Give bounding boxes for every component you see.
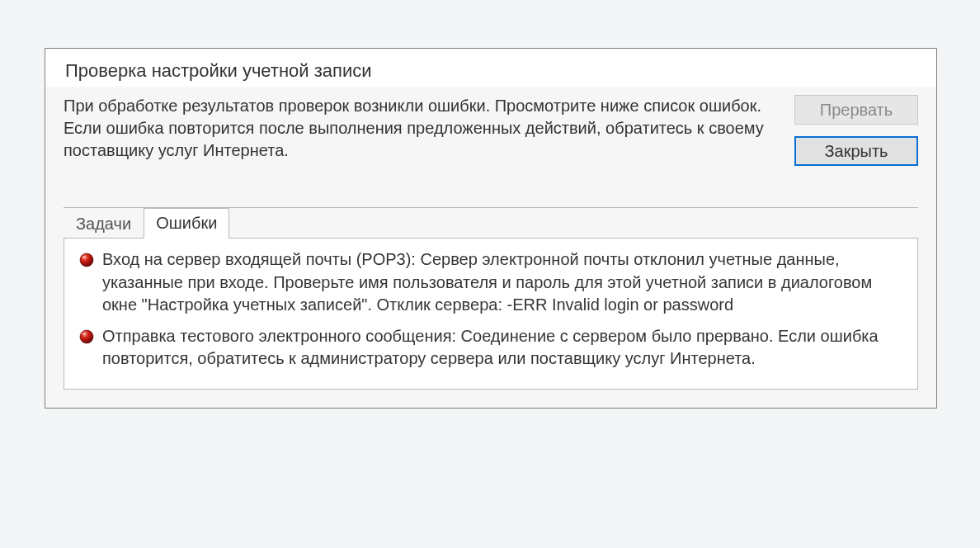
svg-point-1 <box>82 256 86 258</box>
tab-errors-label: Ошибки <box>156 214 217 232</box>
error-item: Вход на сервер входящей почты (POP3): Се… <box>79 248 902 317</box>
error-text: Отправка тестового электронного сообщени… <box>102 325 902 371</box>
error-item: Отправка тестового электронного сообщени… <box>79 325 902 371</box>
error-text: Вход на сервер входящей почты (POP3): Се… <box>102 248 902 317</box>
account-test-dialog: Проверка настройки учетной записи При об… <box>45 48 937 409</box>
errors-panel: Вход на сервер входящей почты (POP3): Се… <box>64 238 918 390</box>
tab-errors[interactable]: Ошибки <box>144 208 229 239</box>
dialog-title-row: Проверка настройки учетной записи <box>45 49 936 87</box>
dialog-message: При обработке результатов проверок возни… <box>64 95 771 162</box>
tab-tasks-label: Задачи <box>76 215 131 233</box>
close-button[interactable]: Закрыть <box>794 136 918 166</box>
abort-button-label: Прервать <box>820 101 893 120</box>
svg-point-0 <box>80 253 93 267</box>
dialog-title: Проверка настройки учетной записи <box>65 60 372 81</box>
dialog-body: При обработке результатов проверок возни… <box>45 87 936 169</box>
close-button-label: Закрыть <box>824 142 888 161</box>
svg-point-2 <box>80 330 93 343</box>
dialog-buttons: Прервать Закрыть <box>794 95 918 166</box>
error-icon <box>79 253 94 272</box>
tab-tasks[interactable]: Задачи <box>64 209 144 239</box>
svg-point-3 <box>82 333 86 335</box>
abort-button: Прервать <box>794 95 918 125</box>
dialog-lower: Задачи Ошибки <box>45 169 936 408</box>
tab-bar: Задачи Ошибки <box>64 208 918 239</box>
error-icon <box>79 329 94 348</box>
